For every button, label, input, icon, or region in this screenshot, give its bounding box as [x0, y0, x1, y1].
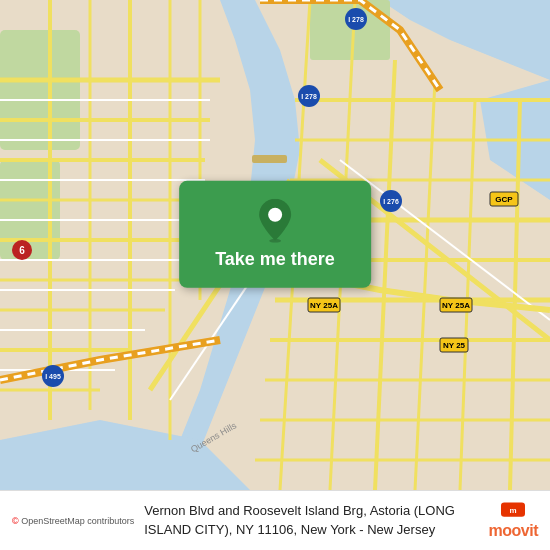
- svg-text:NY 25: NY 25: [443, 341, 466, 350]
- svg-text:GCP: GCP: [495, 195, 513, 204]
- svg-rect-1: [0, 30, 80, 150]
- svg-text:m: m: [510, 505, 517, 514]
- location-pin-icon: [257, 199, 293, 243]
- cta-container: Take me there: [179, 181, 371, 288]
- moovit-logo: m moovit: [489, 502, 538, 540]
- svg-text:6: 6: [19, 245, 25, 256]
- svg-text:I 495: I 495: [45, 373, 61, 380]
- moovit-text-label: moovit: [489, 522, 538, 540]
- osm-credit: © OpenStreetMap contributors: [12, 516, 134, 526]
- svg-text:NY 25A: NY 25A: [310, 301, 338, 310]
- cta-label: Take me there: [215, 249, 335, 270]
- svg-text:I 276: I 276: [383, 198, 399, 205]
- take-me-there-button[interactable]: Take me there: [179, 181, 371, 288]
- svg-text:NY 25A: NY 25A: [442, 301, 470, 310]
- address-text: Vernon Blvd and Roosevelt Island Brg, As…: [144, 502, 478, 538]
- svg-text:I 278: I 278: [301, 93, 317, 100]
- svg-rect-46: [252, 155, 287, 163]
- moovit-icon-graphic: m: [501, 502, 525, 522]
- info-bar: © OpenStreetMap contributors Vernon Blvd…: [0, 490, 550, 550]
- svg-point-70: [268, 208, 282, 222]
- svg-text:I 278: I 278: [348, 16, 364, 23]
- map-area: I 278 I 278 I 276 NY 25 NY 25A NY 25A NY…: [0, 0, 550, 490]
